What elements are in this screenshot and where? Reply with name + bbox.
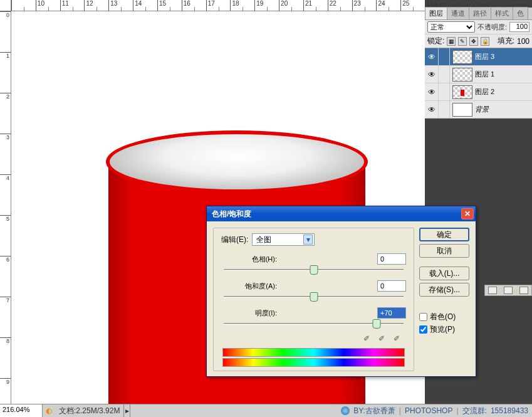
- lightness-input[interactable]: [377, 307, 406, 319]
- panel-icon-3[interactable]: [519, 287, 528, 294]
- zoom-field[interactable]: 216.04%: [0, 404, 43, 417]
- blend-mode-select[interactable]: 正常: [427, 21, 475, 33]
- hue-strip-top: [222, 348, 405, 357]
- cancel-button[interactable]: 取消: [419, 244, 469, 258]
- ruler-vertical[interactable]: 0123456789: [0, 11, 11, 404]
- layer-thumb[interactable]: [452, 85, 472, 99]
- layers-list: 👁图层 3👁图层 1👁图层 2👁背景: [425, 48, 532, 119]
- eyedropper-icon[interactable]: ✐: [363, 334, 373, 344]
- link-col[interactable]: [439, 83, 450, 100]
- saturation-label: 饱和度(A):: [221, 282, 281, 291]
- sliders-group: 编辑(E): 全图 ▾ 色相(H): 饱和度(A):: [213, 228, 414, 371]
- hue-slider[interactable]: [224, 265, 404, 277]
- lightness-label: 明度(I):: [221, 309, 281, 318]
- lightness-thumb[interactable]: [372, 319, 380, 329]
- credit-qun: 155189433: [491, 406, 528, 415]
- dialog-titlebar[interactable]: 色相/饱和度 ✕: [207, 206, 476, 221]
- lock-paint-icon[interactable]: ✎: [458, 37, 467, 46]
- hue-label: 色相(H):: [221, 255, 281, 264]
- lock-move-icon[interactable]: ✥: [469, 37, 478, 46]
- footer-credit: BY:古欲香萧 | PHOTOSHOP | 交流群: 155189433: [341, 406, 532, 416]
- layer-name: 图层 1: [475, 70, 494, 79]
- hue-input[interactable]: [377, 253, 406, 265]
- cup-rim: [106, 130, 368, 193]
- link-col[interactable]: [439, 48, 450, 65]
- tab-layers[interactable]: 图层: [425, 7, 447, 19]
- load-button[interactable]: 载入(L)...: [419, 267, 469, 280]
- hue-thumb[interactable]: [310, 265, 318, 275]
- tab-styles[interactable]: 样式: [491, 7, 513, 19]
- lock-all-icon[interactable]: 🔒: [481, 37, 489, 46]
- visibility-icon[interactable]: 👁: [425, 48, 439, 65]
- layer-name: 图层 3: [475, 52, 494, 61]
- tab-channels[interactable]: 通道: [447, 7, 469, 19]
- credit-app: PHOTOSHOP: [405, 406, 452, 415]
- layer-name: 背景: [475, 105, 489, 114]
- layer-thumb[interactable]: [452, 50, 472, 64]
- lock-trans-icon[interactable]: ▦: [447, 37, 456, 46]
- status-icon[interactable]: ◐: [43, 406, 55, 415]
- status-bar: 216.04% ◐ 文档:2.25M/3.92M ▸ BY:古欲香萧 | PHO…: [0, 404, 532, 417]
- edit-value: 全图: [256, 235, 271, 245]
- dialog-buttons: 确定 取消 载入(L)... 存储(S)... 着色(O) 预览(P): [419, 228, 469, 371]
- layer-row-layer-1[interactable]: 👁图层 1: [425, 66, 532, 83]
- panel-footer-icons: [484, 285, 532, 296]
- lock-row: 锁定: ▦ ✎ ✥ 🔒 填充: 100: [425, 34, 532, 48]
- hue-saturation-dialog: 色相/饱和度 ✕ 编辑(E): 全图 ▾ 色相(H):: [206, 206, 476, 377]
- tab-paths[interactable]: 路径: [469, 7, 491, 19]
- panel-tabs: 图层 通道 路径 样式 色: [425, 8, 532, 20]
- layer-name: 图层 2: [475, 87, 494, 97]
- status-chevron-icon[interactable]: ▸: [123, 404, 130, 417]
- credit-by: BY:古欲香萧: [353, 406, 395, 416]
- preview-check[interactable]: 预览(P): [419, 324, 469, 335]
- eyedropper-sub-icon[interactable]: ✐: [394, 334, 404, 344]
- eyedropper-row: ✐ ✐ ✐: [221, 334, 404, 344]
- hue-strip-bottom: [222, 358, 405, 367]
- saturation-slider[interactable]: [224, 292, 404, 304]
- fill-value[interactable]: 100: [517, 37, 529, 46]
- link-col[interactable]: [439, 66, 450, 83]
- colorize-check[interactable]: 着色(O): [419, 312, 469, 322]
- chevron-down-icon: ▾: [303, 235, 313, 245]
- layer-thumb[interactable]: [452, 103, 472, 117]
- lightness-slider[interactable]: [224, 319, 404, 330]
- link-col[interactable]: [439, 101, 450, 118]
- layers-panel: 图层 通道 路径 样式 色 正常 不透明度: 100 锁定: ▦ ✎ ✥ 🔒 填…: [425, 8, 532, 119]
- visibility-icon[interactable]: 👁: [425, 83, 439, 100]
- panel-icon-2[interactable]: [504, 287, 513, 294]
- layer-row-layer-3[interactable]: 👁图层 3: [425, 48, 532, 66]
- close-icon[interactable]: ✕: [461, 208, 474, 219]
- lock-label: 锁定:: [427, 36, 444, 46]
- opacity-value[interactable]: 100: [509, 22, 529, 32]
- hue-row: 色相(H):: [221, 253, 406, 277]
- doc-size[interactable]: 文档:2.25M/3.92M: [55, 406, 123, 416]
- ruler-horizontal[interactable]: 10111213141516171819202122232425: [11, 0, 425, 11]
- fill-label: 填充:: [498, 36, 514, 46]
- edit-select[interactable]: 全图 ▾: [252, 233, 315, 246]
- layer-row-bg[interactable]: 👁背景: [425, 101, 532, 119]
- dialog-title: 色相/饱和度: [212, 209, 461, 219]
- ruler-origin[interactable]: [0, 0, 11, 11]
- saturation-thumb[interactable]: [310, 292, 318, 302]
- saturation-input[interactable]: [377, 280, 406, 292]
- credit-qun-label: 交流群:: [462, 406, 487, 416]
- edit-row: 编辑(E): 全图 ▾: [221, 233, 406, 246]
- visibility-icon[interactable]: 👁: [425, 66, 439, 83]
- opacity-label: 不透明度:: [477, 23, 507, 32]
- visibility-icon[interactable]: 👁: [425, 101, 439, 118]
- tab-color[interactable]: 色: [513, 7, 528, 19]
- layer-thumb[interactable]: [452, 68, 472, 82]
- footer-logo-icon: [341, 406, 350, 415]
- eyedropper-add-icon[interactable]: ✐: [378, 334, 389, 344]
- layer-row-layer-2[interactable]: 👁图层 2: [425, 83, 532, 101]
- saturation-row: 饱和度(A):: [221, 280, 406, 304]
- dialog-checks: 着色(O) 预览(P): [419, 312, 469, 337]
- panel-icon-1[interactable]: [488, 287, 497, 294]
- edit-label: 编辑(E):: [221, 235, 248, 245]
- save-button[interactable]: 存储(S)...: [419, 283, 469, 297]
- ok-button[interactable]: 确定: [419, 228, 469, 241]
- blend-opacity-row: 正常 不透明度: 100: [425, 20, 532, 34]
- lightness-row: 明度(I):: [221, 307, 406, 330]
